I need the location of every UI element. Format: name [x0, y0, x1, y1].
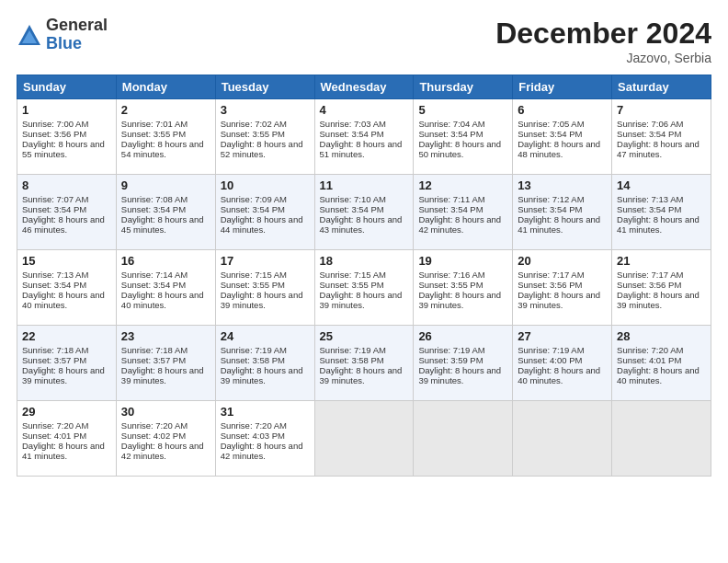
table-cell: 25Sunrise: 7:19 AMSunset: 3:58 PMDayligh…: [314, 326, 414, 401]
sunrise-text: Sunrise: 7:13 AM: [617, 194, 706, 204]
sunrise-text: Sunrise: 7:19 AM: [320, 345, 409, 355]
calendar-row: 29Sunrise: 7:20 AMSunset: 4:01 PMDayligh…: [17, 401, 711, 477]
calendar-row: 8Sunrise: 7:07 AMSunset: 3:54 PMDaylight…: [17, 175, 711, 250]
day-number: 24: [221, 329, 310, 343]
daylight-text: Daylight: 8 hours and 51 minutes.: [320, 139, 409, 159]
logo: General Blue: [17, 17, 108, 53]
table-cell: [513, 401, 612, 477]
day-number: 23: [121, 329, 210, 343]
table-cell: 8Sunrise: 7:07 AMSunset: 3:54 PMDaylight…: [17, 175, 117, 250]
calendar-row: 15Sunrise: 7:13 AMSunset: 3:54 PMDayligh…: [17, 250, 711, 326]
sunrise-text: Sunrise: 7:15 AM: [320, 270, 409, 280]
sunset-text: Sunset: 3:57 PM: [121, 355, 210, 365]
table-cell: 29Sunrise: 7:20 AMSunset: 4:01 PMDayligh…: [17, 401, 117, 477]
daylight-text: Daylight: 8 hours and 39 minutes.: [221, 365, 310, 385]
sunrise-text: Sunrise: 7:18 AM: [121, 345, 210, 355]
daylight-text: Daylight: 8 hours and 42 minutes.: [121, 441, 210, 461]
day-number: 8: [22, 178, 111, 192]
table-cell: 10Sunrise: 7:09 AMSunset: 3:54 PMDayligh…: [215, 175, 314, 250]
table-cell: 26Sunrise: 7:19 AMSunset: 3:59 PMDayligh…: [414, 326, 513, 401]
day-number: 1: [22, 103, 111, 117]
sunset-text: Sunset: 3:58 PM: [320, 355, 409, 365]
sunset-text: Sunset: 3:54 PM: [221, 204, 310, 214]
day-number: 5: [418, 103, 507, 117]
table-cell: 20Sunrise: 7:17 AMSunset: 3:56 PMDayligh…: [513, 250, 612, 326]
daylight-text: Daylight: 8 hours and 47 minutes.: [617, 139, 706, 159]
sunrise-text: Sunrise: 7:09 AM: [221, 194, 310, 204]
sunset-text: Sunset: 3:59 PM: [418, 355, 507, 365]
day-number: 30: [121, 405, 210, 419]
sunrise-text: Sunrise: 7:20 AM: [121, 420, 210, 431]
sunrise-text: Sunrise: 7:17 AM: [518, 270, 607, 280]
col-saturday: Saturday: [612, 75, 711, 99]
sunrise-text: Sunrise: 7:18 AM: [22, 345, 111, 355]
sunrise-text: Sunrise: 7:12 AM: [518, 194, 607, 204]
day-number: 19: [418, 254, 507, 268]
sunrise-text: Sunrise: 7:14 AM: [121, 270, 210, 280]
logo-blue: Blue: [46, 35, 108, 53]
sunset-text: Sunset: 3:54 PM: [22, 280, 111, 290]
day-number: 27: [518, 329, 607, 343]
sunset-text: Sunset: 4:01 PM: [617, 355, 706, 365]
day-number: 17: [221, 254, 310, 268]
sunset-text: Sunset: 3:56 PM: [22, 129, 111, 139]
sunset-text: Sunset: 3:55 PM: [221, 129, 310, 139]
sunset-text: Sunset: 4:03 PM: [221, 431, 310, 441]
sunset-text: Sunset: 3:54 PM: [518, 204, 607, 214]
day-number: 3: [221, 103, 310, 117]
sunrise-text: Sunrise: 7:16 AM: [418, 270, 507, 280]
sunset-text: Sunset: 3:54 PM: [418, 204, 507, 214]
table-cell: 2Sunrise: 7:01 AMSunset: 3:55 PMDaylight…: [116, 99, 215, 175]
daylight-text: Daylight: 8 hours and 39 minutes.: [418, 290, 507, 310]
col-sunday: Sunday: [17, 75, 117, 99]
daylight-text: Daylight: 8 hours and 40 minutes.: [518, 365, 607, 385]
daylight-text: Daylight: 8 hours and 45 minutes.: [121, 214, 210, 235]
table-cell: 31Sunrise: 7:20 AMSunset: 4:03 PMDayligh…: [215, 401, 314, 477]
col-monday: Monday: [116, 75, 215, 99]
daylight-text: Daylight: 8 hours and 42 minutes.: [221, 441, 310, 461]
sunrise-text: Sunrise: 7:19 AM: [221, 345, 310, 355]
table-cell: 3Sunrise: 7:02 AMSunset: 3:55 PMDaylight…: [215, 99, 314, 175]
table-cell: 13Sunrise: 7:12 AMSunset: 3:54 PMDayligh…: [513, 175, 612, 250]
logo-general: General: [46, 17, 108, 35]
day-number: 10: [221, 178, 310, 192]
sunset-text: Sunset: 3:56 PM: [518, 280, 607, 290]
daylight-text: Daylight: 8 hours and 54 minutes.: [121, 139, 210, 159]
sunset-text: Sunset: 3:54 PM: [418, 129, 507, 139]
day-number: 31: [221, 405, 310, 419]
sunrise-text: Sunrise: 7:19 AM: [518, 345, 607, 355]
table-cell: 19Sunrise: 7:16 AMSunset: 3:55 PMDayligh…: [414, 250, 513, 326]
day-number: 14: [617, 178, 706, 192]
sunrise-text: Sunrise: 7:10 AM: [320, 194, 409, 204]
month-title: December 2024: [495, 17, 711, 51]
day-number: 29: [22, 405, 111, 419]
table-cell: 7Sunrise: 7:06 AMSunset: 3:54 PMDaylight…: [612, 99, 711, 175]
sunset-text: Sunset: 3:55 PM: [221, 280, 310, 290]
location-subtitle: Jazovo, Serbia: [495, 51, 711, 65]
table-cell: [314, 401, 414, 477]
day-number: 15: [22, 254, 111, 268]
sunrise-text: Sunrise: 7:00 AM: [22, 119, 111, 129]
sunset-text: Sunset: 3:54 PM: [320, 204, 409, 214]
table-cell: [612, 401, 711, 477]
sunrise-text: Sunrise: 7:11 AM: [418, 194, 507, 204]
table-cell: 27Sunrise: 7:19 AMSunset: 4:00 PMDayligh…: [513, 326, 612, 401]
title-block: December 2024 Jazovo, Serbia: [495, 17, 711, 65]
table-cell: 22Sunrise: 7:18 AMSunset: 3:57 PMDayligh…: [17, 326, 117, 401]
day-number: 16: [121, 254, 210, 268]
daylight-text: Daylight: 8 hours and 39 minutes.: [418, 365, 507, 385]
table-cell: 16Sunrise: 7:14 AMSunset: 3:54 PMDayligh…: [116, 250, 215, 326]
daylight-text: Daylight: 8 hours and 52 minutes.: [221, 139, 310, 159]
table-cell: 12Sunrise: 7:11 AMSunset: 3:54 PMDayligh…: [414, 175, 513, 250]
daylight-text: Daylight: 8 hours and 40 minutes.: [22, 290, 111, 310]
daylight-text: Daylight: 8 hours and 39 minutes.: [22, 365, 111, 385]
sunset-text: Sunset: 3:54 PM: [121, 204, 210, 214]
sunrise-text: Sunrise: 7:08 AM: [121, 194, 210, 204]
sunset-text: Sunset: 3:55 PM: [121, 129, 210, 139]
calendar-row: 22Sunrise: 7:18 AMSunset: 3:57 PMDayligh…: [17, 326, 711, 401]
day-number: 21: [617, 254, 706, 268]
table-cell: 17Sunrise: 7:15 AMSunset: 3:55 PMDayligh…: [215, 250, 314, 326]
page: General Blue December 2024 Jazovo, Serbi…: [0, 0, 728, 563]
day-number: 4: [320, 103, 409, 117]
table-cell: 18Sunrise: 7:15 AMSunset: 3:55 PMDayligh…: [314, 250, 414, 326]
